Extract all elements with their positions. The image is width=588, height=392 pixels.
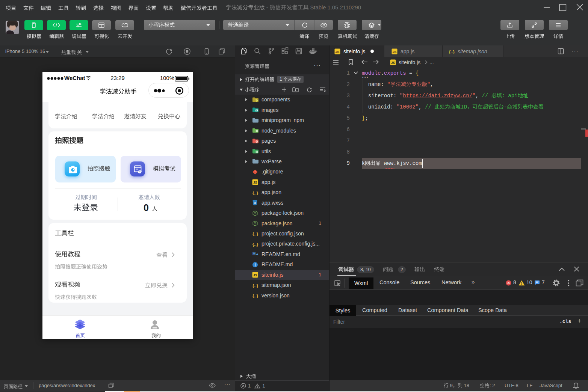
svg-text:{..}: {..} — [252, 232, 258, 236]
svg-text:JS: JS — [393, 50, 397, 54]
svg-text:{..}: {..} — [252, 283, 258, 288]
svg-text:JS: JS — [253, 273, 257, 277]
svg-text:{..}: {..} — [252, 242, 258, 246]
svg-text:M: M — [252, 252, 255, 256]
svg-text:JS: JS — [253, 181, 257, 184]
svg-text:{..}: {..} — [449, 49, 455, 54]
svg-text:3: 3 — [254, 201, 256, 205]
svg-text:{..}: {..} — [252, 190, 258, 195]
svg-text:JS: JS — [391, 61, 395, 65]
svg-text:JS: JS — [336, 50, 340, 54]
svg-text:{..}: {..} — [252, 294, 258, 298]
